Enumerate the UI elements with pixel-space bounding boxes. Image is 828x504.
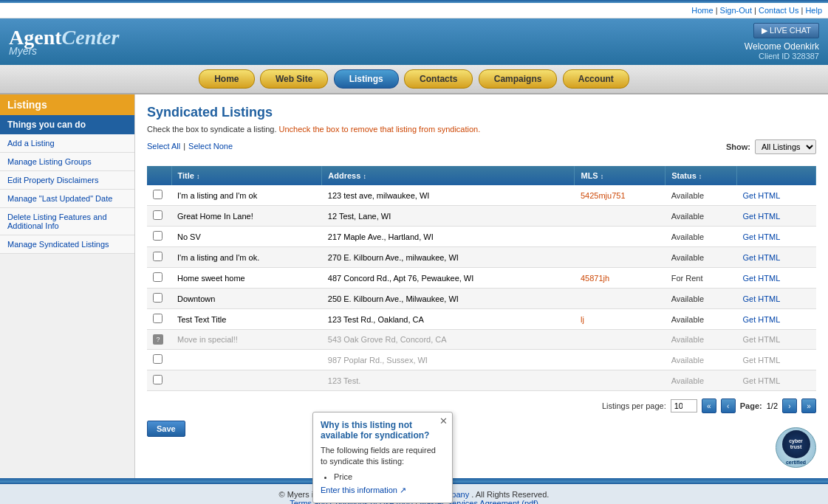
sidebar-item-add-listing[interactable]: Add a Listing (0, 134, 134, 153)
col-status-header[interactable]: Status ↕ (666, 166, 737, 185)
table-row: Home sweet home487 Concord Rd., Apt 76, … (147, 268, 816, 289)
row-status: Available (666, 227, 737, 247)
row-action: Get HTML (737, 309, 816, 330)
get-html-link[interactable]: Get HTML (743, 232, 781, 241)
nav-home[interactable]: Home (199, 69, 254, 89)
get-html-link[interactable]: Get HTML (743, 212, 781, 221)
first-page-button[interactable]: « (702, 398, 716, 413)
row-mls (575, 370, 666, 391)
row-address: 123 test ave, milwaukee, WI (322, 185, 575, 206)
row-address: 487 Concord Rd., Apt 76, Pewaukee, WI (322, 268, 575, 289)
row-status: Available (666, 289, 737, 309)
get-html-link[interactable]: Get HTML (743, 253, 781, 262)
tooltip-close-button[interactable]: ✕ (439, 415, 448, 427)
get-html-link[interactable]: Get HTML (743, 191, 781, 200)
row-checkbox-cell: ? (147, 330, 171, 350)
show-select[interactable]: All Listings Available For Rent For Sale (755, 139, 816, 154)
row-status: Available (666, 185, 737, 206)
row-checkbox[interactable] (153, 252, 162, 261)
pagination-bar: Listings per page: « ‹ Page: 1/2 › » (147, 398, 816, 413)
row-checkbox-cell (147, 309, 171, 330)
row-mls (575, 247, 666, 268)
table-row: Test Text Title123 Test Rd., Oakland, CA… (147, 309, 816, 330)
select-all-link[interactable]: Select All (147, 142, 180, 151)
row-checkbox-cell (147, 289, 171, 309)
nav-contacts[interactable]: Contacts (404, 69, 473, 89)
row-checkbox[interactable] (153, 272, 162, 282)
tooltip-body: The following fields are required to syn… (321, 445, 445, 468)
sidebar: Listings Things you can do Add a Listing… (0, 94, 135, 478)
logo-myers: Myers (9, 45, 119, 57)
get-html-link[interactable]: Get HTML (743, 376, 781, 385)
row-action: Get HTML (737, 370, 816, 391)
row-title: I'm a listing and I'm ok (171, 185, 322, 206)
row-checkbox[interactable] (153, 210, 162, 220)
row-checkbox-cell (147, 247, 171, 268)
row-checkbox[interactable] (153, 190, 162, 199)
nav-campaigns[interactable]: Campaigns (479, 69, 558, 89)
sidebar-item-delete-features[interactable]: Delete Listing Features and Additional I… (0, 208, 134, 235)
row-action: Get HTML (737, 268, 816, 289)
row-title: Home sweet home (171, 268, 322, 289)
sidebar-item-last-updated[interactable]: Manage "Last Updated" Date (0, 190, 134, 208)
row-action: Get HTML (737, 350, 816, 370)
per-page-input[interactable] (671, 399, 697, 412)
contact-us-link[interactable]: Contact Us (759, 6, 798, 15)
get-html-link[interactable]: Get HTML (743, 294, 781, 303)
main-layout: Listings Things you can do Add a Listing… (0, 94, 828, 478)
live-chat-button[interactable]: ▶ LIVE CHAT (753, 23, 819, 38)
table-row: 987 Poplar Rd., Sussex, WIAvailableGet H… (147, 350, 816, 370)
row-title (171, 370, 322, 391)
get-html-link[interactable]: Get HTML (743, 274, 781, 283)
nav-website[interactable]: Web Site (260, 69, 328, 89)
row-checkbox[interactable] (153, 293, 162, 303)
col-address-header[interactable]: Address ↕ (322, 166, 575, 185)
tooltip-fields-list: Price (321, 472, 445, 481)
row-action: Get HTML (737, 227, 816, 247)
sidebar-item-edit-disclaimers[interactable]: Edit Property Disclaimers (0, 171, 134, 190)
last-page-button[interactable]: » (801, 398, 816, 413)
col-action-header (737, 166, 816, 185)
table-row: Great Home In Lane!12 Test, Lane, WIAvai… (147, 206, 816, 227)
save-button[interactable]: Save (147, 421, 185, 437)
tooltip-trigger-icon[interactable]: ? (153, 334, 163, 345)
row-action: Get HTML (737, 206, 816, 227)
row-checkbox[interactable] (153, 354, 162, 364)
get-html-link[interactable]: Get HTML (743, 356, 781, 365)
table-row: ?Move in special!!543 Oak Grove Rd, Conc… (147, 330, 816, 350)
select-links: Select All | Select None (147, 142, 233, 151)
tooltip-enter-info-link[interactable]: Enter this information ↗ (321, 486, 406, 494)
row-address: 543 Oak Grove Rd, Concord, CA (322, 330, 575, 350)
row-address: 270 E. Kilbourn Ave., milwaukee, WI (322, 247, 575, 268)
sign-out-link[interactable]: Sign-Out (720, 6, 752, 15)
next-page-button[interactable]: › (782, 398, 797, 413)
sidebar-item-manage-syndicated[interactable]: Manage Syndicated Listings (0, 235, 134, 254)
col-mls-header[interactable]: MLS ↕ (575, 166, 666, 185)
welcome-text: Welcome Odenkirk (745, 41, 819, 52)
sidebar-item-manage-groups[interactable]: Manage Listing Groups (0, 153, 134, 171)
nav-account[interactable]: Account (563, 69, 629, 89)
row-checkbox[interactable] (153, 375, 162, 384)
prev-page-button[interactable]: ‹ (721, 398, 736, 413)
help-link[interactable]: Help (805, 6, 822, 15)
col-title-header[interactable]: Title ↕ (171, 166, 322, 185)
nav-listings[interactable]: Listings (334, 69, 399, 89)
row-checkbox[interactable] (153, 231, 162, 241)
page-current: 1/2 (767, 401, 778, 410)
select-none-link[interactable]: Select None (188, 142, 233, 151)
row-mls (575, 330, 666, 350)
row-action: Get HTML (737, 247, 816, 268)
row-checkbox-cell (147, 185, 171, 206)
home-link[interactable]: Home (691, 6, 713, 15)
row-action: Get HTML (737, 185, 816, 206)
row-status: Available (666, 370, 737, 391)
cybertrust-seal: cybertrust certified (776, 427, 816, 468)
row-checkbox-cell (147, 370, 171, 391)
row-status: Available (666, 247, 737, 268)
get-html-link[interactable]: Get HTML (743, 335, 781, 344)
get-html-link[interactable]: Get HTML (743, 315, 781, 324)
row-checkbox[interactable] (153, 314, 162, 323)
row-address: 123 Test. (322, 370, 575, 391)
sidebar-section: Things you can do (0, 115, 134, 134)
tooltip-popup: ✕ Why is this listing not available for … (312, 412, 453, 503)
